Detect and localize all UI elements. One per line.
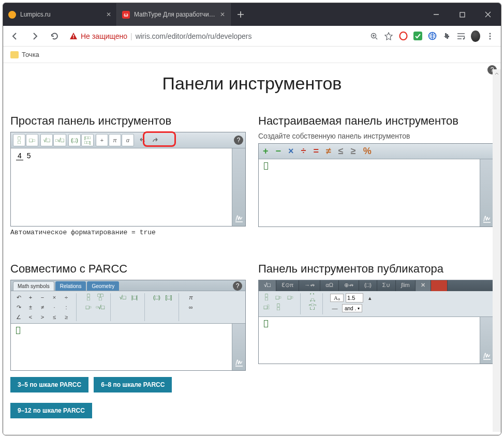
- geq-button[interactable]: ≥: [62, 313, 71, 321]
- parcc-tab-symbols[interactable]: Math symbols: [13, 281, 54, 291]
- gt-button[interactable]: >: [38, 313, 47, 321]
- scrollbar[interactable]: [493, 69, 501, 432]
- fraction-button[interactable]: □□: [13, 134, 25, 146]
- infinity-button[interactable]: ∞: [186, 303, 196, 311]
- parcc-tab-relations[interactable]: Relations: [55, 281, 86, 291]
- angle-button[interactable]: ∠: [14, 313, 23, 321]
- parcc-button-2[interactable]: 9–12 по шкале PARCC: [10, 403, 92, 418]
- minus-button[interactable]: −: [38, 293, 47, 301]
- lt-button[interactable]: <: [26, 313, 35, 321]
- help-icon[interactable]: ?: [233, 281, 242, 291]
- editor-input[interactable]: [11, 324, 232, 370]
- mixed-frac-button[interactable]: □□ □: [96, 293, 105, 301]
- dot-button[interactable]: ·: [50, 303, 59, 311]
- editor-input[interactable]: [259, 159, 480, 226]
- publisher-tab-9[interactable]: [431, 280, 448, 291]
- leq-button[interactable]: ≤: [50, 313, 59, 321]
- extensions-icon[interactable]: [442, 32, 451, 41]
- handwriting-toggle[interactable]: [232, 148, 245, 226]
- undo-icon[interactable]: ↶: [14, 293, 23, 301]
- op-×[interactable]: ×: [288, 146, 294, 157]
- plus-button[interactable]: +: [26, 293, 35, 301]
- music-icon[interactable]: [456, 32, 466, 41]
- publisher-tab-0[interactable]: √□: [259, 280, 276, 291]
- handwriting-toggle[interactable]: [480, 317, 493, 364]
- plus-button[interactable]: +: [96, 134, 108, 146]
- redo-button[interactable]: [149, 134, 161, 146]
- bracket-button[interactable]: [□]: [164, 293, 173, 301]
- check-icon[interactable]: [413, 32, 422, 41]
- size-input[interactable]: [346, 293, 363, 303]
- publisher-tab-5[interactable]: (□): [359, 280, 377, 291]
- op-≥[interactable]: ≥: [351, 146, 356, 157]
- parcc-tab-geometry[interactable]: Geometry: [87, 281, 119, 291]
- size-up-icon[interactable]: ▴: [365, 294, 375, 302]
- browser-tab-1[interactable]: Lumpics.ru ✕: [3, 3, 117, 26]
- publisher-tab-8[interactable]: ✕: [416, 280, 431, 291]
- editor-input[interactable]: [259, 317, 480, 364]
- window-minimize-button[interactable]: [423, 3, 449, 26]
- fence-button[interactable]: ⸢ ⸣⸤□⸥: [308, 293, 317, 301]
- paren-button[interactable]: (□): [68, 134, 81, 146]
- browser-tab-2[interactable]: ω MathType Для разработчиков ( ✕: [117, 3, 231, 26]
- pm-button[interactable]: ±: [26, 303, 35, 311]
- paren-button[interactable]: (□): [152, 293, 161, 301]
- pi-button[interactable]: π: [109, 134, 121, 146]
- menu-icon[interactable]: [485, 32, 495, 41]
- nroot-button[interactable]: □√□: [53, 134, 66, 146]
- and-dropdown[interactable]: and .▾: [342, 304, 362, 312]
- op-≠[interactable]: ≠: [326, 146, 331, 157]
- op-−[interactable]: −: [276, 146, 281, 157]
- handwriting-toggle[interactable]: [480, 159, 493, 226]
- aa-button[interactable]: Aₐ: [330, 294, 344, 302]
- neq-button[interactable]: ≠: [38, 303, 47, 311]
- sqrt-button[interactable]: √□: [118, 293, 127, 301]
- window-maximize-button[interactable]: [449, 3, 475, 26]
- fence2-button[interactable]: ⌐□¬└ ┘: [308, 303, 317, 311]
- tab-close-icon[interactable]: ✕: [106, 11, 111, 18]
- publisher-tab-6[interactable]: Σ∪: [377, 280, 396, 291]
- publisher-tab-1[interactable]: ℇ⊙π: [276, 280, 300, 291]
- nav-forward-button[interactable]: [26, 27, 43, 45]
- bookmark-star-icon[interactable]: [384, 32, 393, 41]
- colon-button[interactable]: :: [62, 303, 71, 311]
- publisher-tab-3[interactable]: αΩ: [320, 280, 339, 291]
- op-=[interactable]: =: [313, 146, 319, 157]
- publisher-tab-2[interactable]: →↛: [299, 280, 320, 291]
- scroll-up-icon[interactable]: [494, 69, 499, 78]
- alpha-button[interactable]: α: [122, 134, 134, 146]
- dash-button[interactable]: ―: [330, 304, 339, 312]
- frac-button[interactable]: □□: [84, 293, 93, 301]
- tab-close-icon[interactable]: ✕: [220, 11, 225, 18]
- url-field[interactable]: Не защищено | wiris.com/editor/demo/ru/d…: [65, 32, 367, 40]
- help-icon[interactable]: ?: [234, 135, 243, 145]
- redo-icon[interactable]: ↷: [14, 303, 23, 311]
- power-button[interactable]: □□: [26, 134, 38, 146]
- globe-icon[interactable]: [427, 32, 437, 41]
- handwriting-toggle[interactable]: [232, 324, 245, 370]
- parcc-button-0[interactable]: 3–5 по шкале PARCC: [10, 377, 88, 392]
- window-close-button[interactable]: [475, 3, 501, 26]
- bookmark-item[interactable]: Точка: [22, 51, 39, 58]
- frac-button[interactable]: □□: [262, 293, 271, 301]
- div-button[interactable]: ÷: [62, 293, 71, 301]
- nav-back-button[interactable]: [6, 27, 24, 45]
- opera-icon[interactable]: [398, 32, 408, 41]
- editor-input[interactable]: 4 5: [11, 148, 232, 226]
- nav-reload-button[interactable]: [46, 27, 63, 45]
- nroot-button[interactable]: □√□: [96, 303, 105, 311]
- exp-button[interactable]: □□: [274, 293, 283, 301]
- abs-button[interactable]: |□|: [130, 293, 139, 301]
- op-%[interactable]: %: [363, 146, 372, 157]
- frac2-button[interactable]: □□: [274, 303, 283, 311]
- zoom-icon[interactable]: [369, 32, 379, 41]
- op-+[interactable]: +: [263, 146, 269, 157]
- parcc-button-1[interactable]: 6–8 по шкале PARCC: [94, 377, 172, 392]
- subsup-button[interactable]: □□□: [262, 303, 271, 311]
- matrix-button[interactable]: [□□□□]: [81, 134, 94, 146]
- new-tab-button[interactable]: [231, 3, 250, 26]
- op-÷[interactable]: ÷: [301, 146, 306, 157]
- sub-button[interactable]: □□: [286, 293, 295, 301]
- publisher-tab-4[interactable]: ⊕↛: [339, 280, 359, 291]
- exp-button[interactable]: □□: [84, 303, 93, 311]
